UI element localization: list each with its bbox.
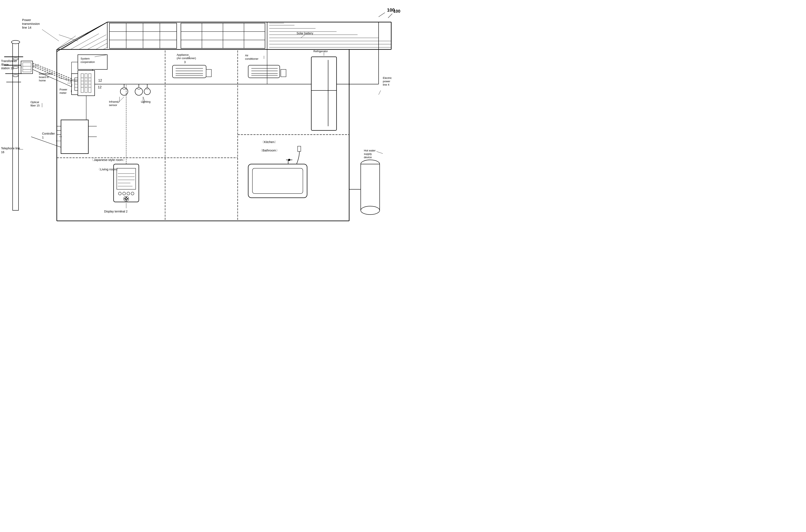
svg-text:16: 16: [1, 150, 4, 154]
label-ac: Air: [245, 54, 249, 57]
label-living-room: 〈Living room〉: [97, 168, 120, 171]
svg-text:power: power: [383, 80, 390, 83]
svg-point-102: [146, 88, 149, 89]
svg-text:/Base: /Base: [1, 63, 8, 66]
label-power-meter: Power: [59, 88, 68, 91]
svg-text:home: home: [39, 79, 46, 82]
svg-text:conditioner: conditioner: [245, 57, 258, 60]
svg-rect-66: [85, 74, 87, 93]
label-num-12: 12: [98, 79, 102, 82]
label-optical-fiber: Optical: [31, 100, 39, 104]
label-refrigerator: Refrigerator: [313, 50, 328, 53]
svg-text:1: 1: [42, 136, 44, 139]
svg-text:meter: meter: [59, 91, 67, 94]
svg-text:cooperation: cooperation: [80, 60, 95, 63]
svg-rect-50: [23, 63, 31, 72]
svg-point-101: [144, 88, 150, 95]
svg-rect-65: [81, 74, 83, 93]
svg-rect-108: [206, 70, 211, 77]
svg-rect-80: [61, 120, 88, 154]
label-dist-board: Distribution: [39, 72, 53, 75]
label-12: 12: [98, 86, 101, 89]
svg-point-140: [131, 192, 134, 195]
label-electric-line: Electric: [383, 76, 392, 79]
svg-rect-109: [248, 65, 280, 78]
diagram-container: 100: [0, 0, 403, 266]
svg-point-128: [288, 159, 290, 161]
svg-rect-125: [252, 168, 303, 193]
label-telephone: Telephone line: [1, 147, 20, 150]
label-power-transmission: Power: [22, 18, 31, 22]
label-hot-water: Hot water: [364, 149, 376, 152]
label-bathroom: 〈Bathroom〉: [259, 149, 279, 152]
svg-rect-67: [89, 74, 91, 93]
svg-text:transmission: transmission: [22, 22, 40, 25]
svg-text:sensor: sensor: [109, 103, 117, 107]
svg-text:fiber 15: fiber 15: [31, 104, 40, 107]
svg-point-45: [11, 40, 20, 44]
svg-rect-103: [172, 65, 206, 78]
svg-text:device: device: [364, 156, 372, 159]
svg-text:(Air conditioner): (Air conditioner): [177, 57, 196, 60]
svg-point-137: [118, 192, 121, 195]
svg-text:board in: board in: [39, 76, 49, 79]
fig-ref: 100: [393, 9, 400, 14]
svg-rect-129: [298, 146, 301, 151]
label-transformer: Transformer: [1, 59, 17, 63]
svg-text:supply: supply: [364, 152, 372, 155]
label-appliance: Appliance: [177, 53, 189, 56]
svg-text:station 11: station 11: [1, 66, 14, 70]
label-controller: Controller: [42, 132, 55, 135]
label-japanese-room: 〈Japanese-style room〉: [91, 158, 126, 162]
svg-text:line 14: line 14: [22, 26, 31, 29]
svg-rect-115: [311, 57, 337, 130]
svg-point-138: [122, 192, 126, 195]
label-display-terminal: Display terminal 2: [104, 210, 128, 213]
svg-rect-114: [281, 70, 286, 77]
svg-rect-120: [361, 164, 380, 210]
label-lighting: Lighting: [141, 100, 151, 103]
svg-point-139: [127, 192, 130, 195]
label-infrared: Infrared: [109, 100, 118, 103]
label-solar: Solar battery: [296, 32, 313, 35]
label-kitchen: 〈Kitchen〉: [261, 140, 277, 144]
svg-text:line 4: line 4: [383, 83, 389, 86]
svg-point-96: [122, 88, 126, 89]
label-system-coop: System: [80, 57, 90, 60]
svg-point-99: [137, 88, 140, 89]
svg-point-121: [361, 206, 380, 214]
svg-text:3: 3: [184, 60, 186, 64]
